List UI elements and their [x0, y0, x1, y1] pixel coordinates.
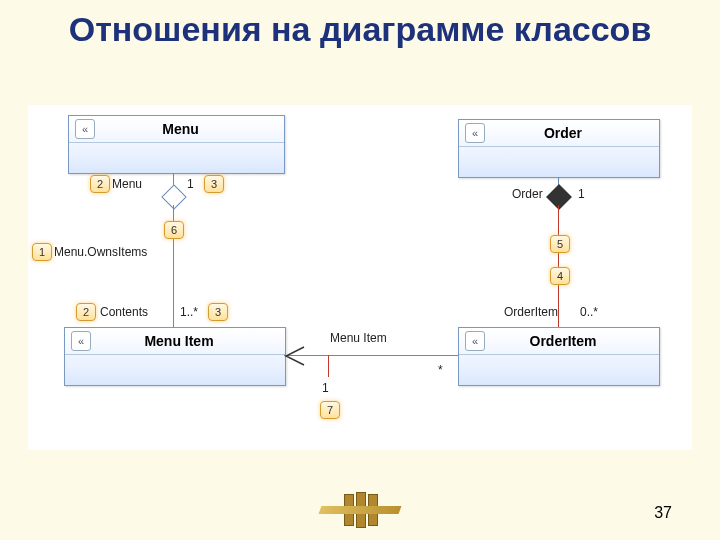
multiplicity-label: 1 [578, 187, 585, 201]
class-order[interactable]: « Order [458, 119, 660, 178]
chevron-icon[interactable]: « [465, 123, 485, 143]
callout-4: 4 [550, 267, 570, 285]
class-menu[interactable]: « Menu [68, 115, 285, 174]
role-label: Menu [112, 177, 142, 191]
callout-3: 3 [204, 175, 224, 193]
chevron-icon[interactable]: « [71, 331, 91, 351]
callout-2b: 2 [76, 303, 96, 321]
arrow-open-icon [284, 345, 306, 367]
role-label: Menu Item [330, 331, 387, 345]
aggregation-diamond-icon [161, 184, 186, 209]
composition-diamond-icon [546, 184, 571, 209]
multiplicity-label: 1..* [180, 305, 198, 319]
class-order-item[interactable]: « OrderItem [458, 327, 660, 386]
class-name: Menu [101, 121, 284, 137]
multiplicity-label: 0..* [580, 305, 598, 319]
chevron-icon[interactable]: « [75, 119, 95, 139]
class-menu-item[interactable]: « Menu Item [64, 327, 286, 386]
callout-3b: 3 [208, 303, 228, 321]
chevron-icon[interactable]: « [465, 331, 485, 351]
class-name: Order [491, 125, 659, 141]
multiplicity-label: 1 [187, 177, 194, 191]
multiplicity-label: 1 [322, 381, 329, 395]
callout-2: 2 [90, 175, 110, 193]
connector [558, 205, 559, 327]
association-name: Menu.OwnsItems [54, 245, 147, 259]
connector [328, 355, 329, 377]
slide-title: Отношения на диаграмме классов [0, 10, 720, 49]
page-number: 37 [654, 504, 672, 522]
callout-1: 1 [32, 243, 52, 261]
role-label: OrderItem [504, 305, 558, 319]
university-logo-icon [328, 492, 392, 528]
connector [284, 355, 458, 356]
role-label: Contents [100, 305, 148, 319]
role-label: Order [512, 187, 543, 201]
callout-7: 7 [320, 401, 340, 419]
callout-6: 6 [164, 221, 184, 239]
multiplicity-label: * [438, 363, 443, 377]
callout-5: 5 [550, 235, 570, 253]
class-name: Menu Item [97, 333, 285, 349]
diagram-canvas: « Menu « Order « Menu Item « Orde [28, 105, 692, 450]
class-name: OrderItem [491, 333, 659, 349]
